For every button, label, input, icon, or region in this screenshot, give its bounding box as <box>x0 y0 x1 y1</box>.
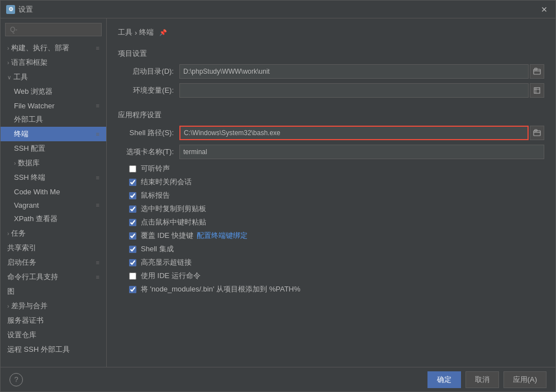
startup-dir-input[interactable] <box>179 64 529 79</box>
tab-name-input-group <box>179 145 544 159</box>
startup-dir-row: 启动目录(D): <box>118 64 544 79</box>
sidebar-item-label: 构建、执行、部署 <box>11 43 69 53</box>
checkbox-close-on-exit-label: 结束时关闭会话 <box>141 177 192 187</box>
checkbox-paste-on-middle-input[interactable] <box>129 219 136 226</box>
sidebar-item-server-cert[interactable]: 服务器证书 <box>1 313 106 328</box>
sidebar-item-remote-ssh[interactable]: 远程 SSH 外部工具 <box>1 342 106 357</box>
sidebar-item-code-with-me[interactable]: Code With Me <box>1 185 106 198</box>
checkbox-close-on-exit-input[interactable] <box>129 179 136 186</box>
checkbox-shell-integration: Shell 集成 <box>129 244 544 254</box>
checkbox-shell-integration-input[interactable] <box>129 246 136 253</box>
checkbox-audible-bell-label: 可听铃声 <box>141 164 170 174</box>
sidebar-item-settings-repo[interactable]: 设置仓库 <box>1 328 106 342</box>
sidebar-item-web-browser[interactable]: Web 浏览器 <box>1 84 106 99</box>
configure-keybindings-link[interactable]: 配置终端键绑定 <box>197 231 248 241</box>
checkbox-paste-on-middle-label: 点击鼠标中键时粘贴 <box>141 217 206 227</box>
breadcrumb-part1: 工具 <box>118 27 132 37</box>
sidebar-item-label: XPath 查看器 <box>14 214 58 224</box>
breadcrumb: 工具 › 终端 📌 <box>118 27 544 37</box>
sidebar-item-external-tools[interactable]: 外部工具 <box>1 112 106 127</box>
sidebar-item-build[interactable]: › 构建、执行、部署 ≡ <box>1 41 106 55</box>
sidebar-item-startup-tasks[interactable]: 启动任务 ≡ <box>1 255 106 270</box>
sidebar-item-cli-tools[interactable]: 命令行工具支持 ≡ <box>1 270 106 284</box>
arrow-icon: › <box>7 231 9 237</box>
help-button[interactable]: ? <box>9 373 23 386</box>
checkbox-copy-on-select: 选中时复制到剪贴板 <box>129 204 544 214</box>
sidebar-item-tools[interactable]: ∨ 工具 <box>1 70 106 84</box>
shell-path-input[interactable] <box>179 126 529 140</box>
checkbox-override-ide-input[interactable] <box>129 232 136 240</box>
checkbox-override-ide-label: 覆盖 IDE 快捷键 <box>141 231 193 241</box>
checkbox-highlight-links-input[interactable] <box>129 259 136 266</box>
checkbox-copy-on-select-input[interactable] <box>129 205 136 213</box>
ok-button[interactable]: 确定 <box>427 371 461 388</box>
sidebar-item-label: 工具 <box>13 72 28 82</box>
sidebar-icon-right: ≡ <box>96 45 99 51</box>
sidebar-item-label: 外部工具 <box>14 114 43 125</box>
sidebar-item-terminal[interactable]: 终端 ≡ <box>1 127 106 141</box>
env-vars-row: 环境变量(E): <box>118 83 544 98</box>
sidebar-item-languages[interactable]: › 语言和框架 <box>1 55 106 70</box>
title-bar: ⚙ 设置 ✕ <box>1 1 555 18</box>
sidebar-item-file-watcher[interactable]: File Watcher ≡ <box>1 99 106 112</box>
shell-path-label: Shell 路径(S): <box>118 128 174 138</box>
sidebar-icon-right: ≡ <box>96 259 99 266</box>
search-box <box>1 18 106 41</box>
env-vars-input-group <box>179 83 544 98</box>
checkbox-mouse-report-input[interactable] <box>129 192 136 199</box>
checkbox-node-modules-path-label: 将 'node_modules/.bin' 从项目根添加到 %PATH% <box>141 284 301 294</box>
checkbox-use-ide-run: 使用 IDE 运行命令 <box>129 271 544 281</box>
cancel-button[interactable]: 取消 <box>465 371 499 388</box>
breadcrumb-part2: 终端 <box>139 27 154 37</box>
sidebar-item-xpath[interactable]: XPath 查看器 <box>1 212 106 226</box>
sidebar-item-tasks[interactable]: › 任务 <box>1 226 106 241</box>
settings-dialog: ⚙ 设置 ✕ › 构建、执行、部署 ≡ › 语言和框架 <box>0 0 556 392</box>
sidebar-item-vagrant[interactable]: Vagrant ≡ <box>1 198 106 212</box>
arrow-icon: › <box>14 160 16 166</box>
checkbox-use-ide-run-input[interactable] <box>129 273 136 280</box>
sidebar-item-database[interactable]: › 数据库 <box>1 156 106 170</box>
dialog-title: 设置 <box>18 4 539 15</box>
apply-button[interactable]: 应用(A) <box>503 371 547 388</box>
sidebar-icon-right: ≡ <box>96 102 99 109</box>
sidebar-item-label: 命令行工具支持 <box>7 272 58 282</box>
sidebar-item-map[interactable]: 图 <box>1 284 106 299</box>
close-button[interactable]: ✕ <box>539 4 550 15</box>
arrow-icon: › <box>7 45 9 51</box>
sidebar-item-label: Web 浏览器 <box>14 87 53 97</box>
shell-path-row: Shell 路径(S): <box>118 126 544 140</box>
sidebar-item-diff-merge[interactable]: › 差异与合并 <box>1 299 106 313</box>
checkbox-audible-bell: 可听铃声 <box>129 164 544 174</box>
env-vars-input[interactable] <box>179 83 529 98</box>
sidebar-icon-right: ≡ <box>96 274 99 280</box>
app-icon: ⚙ <box>6 5 15 14</box>
sidebar-item-label: File Watcher <box>14 102 54 110</box>
shell-path-browse-btn[interactable] <box>530 126 544 140</box>
startup-dir-browse-btn[interactable] <box>530 64 544 79</box>
env-vars-label: 环境变量(E): <box>118 85 174 95</box>
checkbox-highlight-links: 高亮显示超链接 <box>129 257 544 267</box>
shell-path-input-group <box>179 126 544 140</box>
env-vars-browse-btn[interactable] <box>530 83 544 98</box>
sidebar-item-label: 差异与合并 <box>11 301 47 311</box>
sidebar-list: › 构建、执行、部署 ≡ › 语言和框架 ∨ 工具 Web 浏览器 <box>1 41 106 367</box>
checkbox-highlight-links-label: 高亮显示超链接 <box>141 257 192 267</box>
checkbox-paste-on-middle: 点击鼠标中键时粘贴 <box>129 217 544 227</box>
search-input[interactable] <box>5 23 102 36</box>
breadcrumb-sep: › <box>135 28 137 37</box>
tab-name-label: 选项卡名称(T): <box>118 147 174 157</box>
sidebar-item-label: 服务器证书 <box>7 315 44 326</box>
sidebar-icon-right: ≡ <box>96 174 99 181</box>
startup-dir-input-group <box>179 64 544 79</box>
checkbox-audible-bell-input[interactable] <box>129 165 136 173</box>
checkbox-node-modules-path-input[interactable] <box>129 286 136 293</box>
project-settings-title: 项目设置 <box>118 49 544 59</box>
checkbox-use-ide-run-label: 使用 IDE 运行命令 <box>141 271 201 281</box>
sidebar-item-shared-index[interactable]: 共享索引 <box>1 241 106 255</box>
sidebar-item-ssh-config[interactable]: SSH 配置 <box>1 141 106 156</box>
sidebar-item-label: 图 <box>7 286 15 297</box>
tab-name-input[interactable] <box>179 145 544 159</box>
sidebar-item-label: 共享索引 <box>7 243 36 253</box>
footer-actions: 确定 取消 应用(A) <box>427 371 547 388</box>
sidebar-item-ssh-terminal[interactable]: SSH 终端 ≡ <box>1 170 106 185</box>
